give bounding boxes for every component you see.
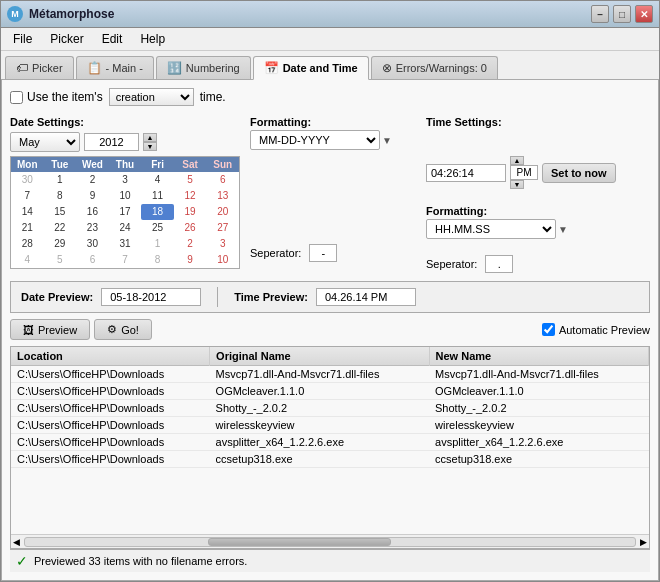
ampm-spinners: ▲ PM ▼ (510, 156, 538, 189)
calendar-cell[interactable]: 29 (44, 236, 77, 252)
table-row[interactable]: C:\Users\OfficeHP\DownloadsOGMcleaver.1.… (11, 383, 649, 400)
calendar-cell[interactable]: 25 (141, 220, 174, 236)
table-row[interactable]: C:\Users\OfficeHP\DownloadsMsvcp71.dll-A… (11, 366, 649, 383)
go-button[interactable]: ⚙ Go! (94, 319, 152, 340)
calendar-cell[interactable]: 5 (174, 172, 207, 188)
time-input[interactable] (426, 164, 506, 182)
date-format-select[interactable]: MM-DD-YYYY DD-MM-YYYY YYYY-MM-DD (250, 130, 380, 150)
calendar-cell[interactable]: 23 (76, 220, 109, 236)
horizontal-scrollbar[interactable] (24, 537, 636, 547)
date-formatting-section: Formatting: MM-DD-YYYY DD-MM-YYYY YYYY-M… (250, 116, 410, 273)
year-spinners: ▲ ▼ (143, 133, 157, 151)
tab-datetime[interactable]: 📅 Date and Time (253, 56, 369, 80)
calendar-cell[interactable]: 20 (206, 204, 239, 220)
calendar-cell[interactable]: 24 (109, 220, 142, 236)
calendar-cell[interactable]: 28 (11, 236, 44, 252)
calendar-cell[interactable]: 2 (76, 172, 109, 188)
calendar-cell[interactable]: 8 (44, 188, 77, 204)
close-button[interactable]: ✕ (635, 5, 653, 23)
year-input[interactable] (84, 133, 139, 151)
calendar-cell[interactable]: 12 (174, 188, 207, 204)
menu-file[interactable]: File (5, 30, 40, 48)
numbering-tab-icon: 🔢 (167, 61, 182, 75)
tab-bar: 🏷 Picker 📋 - Main - 🔢 Numbering 📅 Date a… (1, 51, 659, 80)
calendar-cell[interactable]: 4 (141, 172, 174, 188)
table-body: C:\Users\OfficeHP\DownloadsMsvcp71.dll-A… (11, 366, 649, 468)
calendar-cell[interactable]: 18 (141, 204, 174, 220)
table-cell-original: ccsetup318.exe (210, 451, 429, 468)
h-scroll-right[interactable]: ▶ (638, 537, 649, 547)
ampm-down-button[interactable]: ▼ (510, 180, 524, 189)
calendar-cell[interactable]: 8 (141, 252, 174, 268)
calendar-cell[interactable]: 14 (11, 204, 44, 220)
calendar-cell[interactable]: 6 (76, 252, 109, 268)
use-items-row: Use the item's creation modification acc… (10, 88, 650, 106)
tab-picker[interactable]: 🏷 Picker (5, 56, 74, 79)
calendar-cell[interactable]: 2 (174, 236, 207, 252)
calendar-cell[interactable]: 10 (206, 252, 239, 268)
table-row[interactable]: C:\Users\OfficeHP\DownloadsShotty_-_2.0.… (11, 400, 649, 417)
date-format-select-wrap: MM-DD-YYYY DD-MM-YYYY YYYY-MM-DD ▼ (250, 130, 410, 150)
calendar-cell[interactable]: 16 (76, 204, 109, 220)
use-items-checkbox[interactable] (10, 91, 23, 104)
table-row[interactable]: C:\Users\OfficeHP\Downloadswirelesskeyvi… (11, 417, 649, 434)
year-up-button[interactable]: ▲ (143, 133, 157, 142)
menu-bar: File Picker Edit Help (1, 28, 659, 51)
tab-errors[interactable]: ⊗ Errors/Warnings: 0 (371, 56, 498, 79)
tab-main[interactable]: 📋 - Main - (76, 56, 154, 79)
menu-picker[interactable]: Picker (42, 30, 91, 48)
h-scrollbar-thumb[interactable] (208, 538, 391, 546)
use-items-dropdown[interactable]: creation modification access (109, 88, 194, 106)
calendar-cell[interactable]: 13 (206, 188, 239, 204)
time-separator-input[interactable] (485, 255, 513, 273)
calendar-cell[interactable]: 9 (174, 252, 207, 268)
menu-edit[interactable]: Edit (94, 30, 131, 48)
year-down-button[interactable]: ▼ (143, 142, 157, 151)
calendar-cell[interactable]: 30 (76, 236, 109, 252)
calendar-cell[interactable]: 3 (109, 172, 142, 188)
calendar-cell[interactable]: 3 (206, 236, 239, 252)
set-to-now-button[interactable]: Set to now (542, 163, 616, 183)
calendar-cell[interactable]: 27 (206, 220, 239, 236)
calendar-cell[interactable]: 30 (11, 172, 44, 188)
table-scroll[interactable]: Location Original Name New Name C:\Users… (11, 347, 649, 534)
h-scroll-left[interactable]: ◀ (11, 537, 22, 547)
ampm-up-button[interactable]: ▲ (510, 156, 524, 165)
calendar-cell[interactable]: 6 (206, 172, 239, 188)
menu-help[interactable]: Help (132, 30, 173, 48)
tab-numbering[interactable]: 🔢 Numbering (156, 56, 251, 79)
calendar-cell[interactable]: 17 (109, 204, 142, 220)
calendar-cell[interactable]: 31 (109, 236, 142, 252)
date-separator-input[interactable] (309, 244, 337, 262)
calendar-cell[interactable]: 21 (11, 220, 44, 236)
time-input-row: ▲ PM ▼ Set to now (426, 156, 650, 189)
date-section: Date Settings: JanuaryFebruaryMarchApril… (10, 116, 240, 273)
calendar-cell[interactable]: 7 (11, 188, 44, 204)
table-row[interactable]: C:\Users\OfficeHP\Downloadsavsplitter_x6… (11, 434, 649, 451)
calendar-cell[interactable]: 9 (76, 188, 109, 204)
calendar-cell[interactable]: 7 (109, 252, 142, 268)
auto-preview-checkbox[interactable] (542, 323, 555, 336)
date-preview-value: 05-18-2012 (101, 288, 201, 306)
calendar-cell[interactable]: 19 (174, 204, 207, 220)
calendar-cell[interactable]: 22 (44, 220, 77, 236)
month-select[interactable]: JanuaryFebruaryMarchApril MayJuneJulyAug… (10, 132, 80, 152)
calendar-cell[interactable]: 4 (11, 252, 44, 268)
calendar-cell[interactable]: 11 (141, 188, 174, 204)
action-buttons: 🖼 Preview ⚙ Go! (10, 319, 152, 340)
table-cell-location: C:\Users\OfficeHP\Downloads (11, 400, 210, 417)
calendar-cell[interactable]: 5 (44, 252, 77, 268)
minimize-button[interactable]: – (591, 5, 609, 23)
calendar-cell[interactable]: 10 (109, 188, 142, 204)
table-cell-original: avsplitter_x64_1.2.2.6.exe (210, 434, 429, 451)
preview-button[interactable]: 🖼 Preview (10, 319, 90, 340)
calendar-cell[interactable]: 1 (44, 172, 77, 188)
maximize-button[interactable]: □ (613, 5, 631, 23)
col-original-name: Original Name (210, 347, 429, 366)
calendar-cell[interactable]: 1 (141, 236, 174, 252)
time-format-select[interactable]: HH.MM.SS HH:MM:SS HH-MM-SS (426, 219, 556, 239)
table-row[interactable]: C:\Users\OfficeHP\Downloadsccsetup318.ex… (11, 451, 649, 468)
calendar-cell[interactable]: 26 (174, 220, 207, 236)
table-cell-original: wirelesskeyview (210, 417, 429, 434)
calendar-cell[interactable]: 15 (44, 204, 77, 220)
